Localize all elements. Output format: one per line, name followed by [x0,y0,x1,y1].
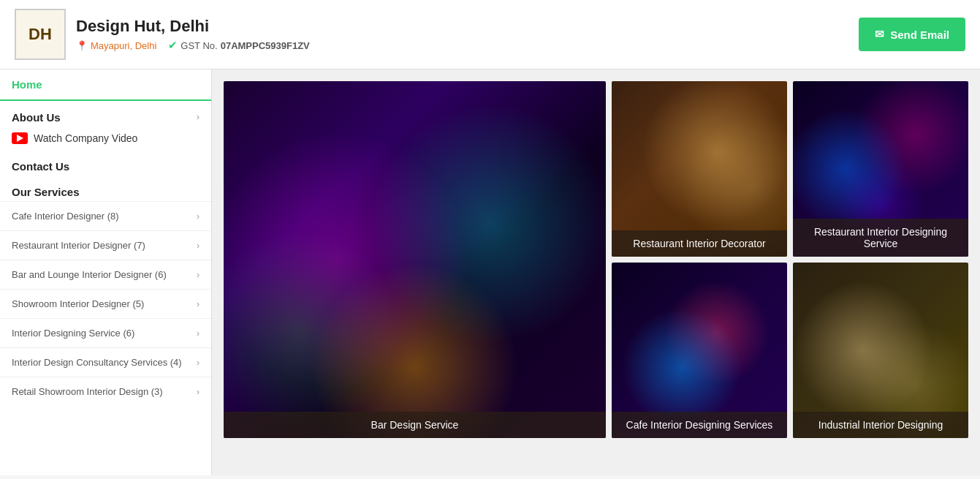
sidebar-service-item-0[interactable]: Cafe Interior Designer (8)› [0,201,211,230]
sidebar-section-contact[interactable]: Contact Us [0,150,211,176]
youtube-icon [12,132,28,144]
company-logo: DH [15,9,66,60]
sidebar-service-item-5[interactable]: Interior Design Consultancy Services (4)… [0,347,211,377]
play-triangle [17,135,23,142]
gallery-caption-2: Restaurant Interior Designing Service [793,219,968,257]
chevron-icon-4: › [197,328,200,339]
gst-check-icon: ✔ [168,39,178,52]
sidebar-services-list: Cafe Interior Designer (8)›Restaurant In… [0,201,211,406]
gst-info: ✔ GST No. 07AMPPC5939F1ZV [168,39,309,52]
sidebar-service-item-2[interactable]: Bar and Lounge Interior Designer (6)› [0,260,211,289]
chevron-icon-3: › [197,299,200,309]
gallery-caption-4: Industrial Interior Designing [793,412,968,438]
sidebar-service-item-3[interactable]: Showroom Interior Designer (5)› [0,289,211,318]
gallery-caption-1: Restaurant Interior Decorator [612,230,787,257]
sidebar-item-watch-video[interactable]: Watch Company Video [0,127,211,150]
chevron-icon-2: › [197,270,200,280]
main-content: Bar Design Service Restaurant Interior D… [212,69,980,475]
company-name: Design Hut, Delhi [76,17,310,36]
sidebar-section-services: Our Services [0,176,211,201]
gallery-item-4[interactable]: Industrial Interior Designing [793,263,968,438]
sidebar-section-about: About Us › [0,101,211,127]
header-left: DH Design Hut, Delhi 📍 Mayapuri, Delhi ✔… [15,9,310,60]
gallery-item-1[interactable]: Restaurant Interior Decorator [612,81,787,257]
gallery-caption-main: Bar Design Service [224,412,606,438]
location-pin-icon: 📍 [76,40,88,51]
company-meta: 📍 Mayapuri, Delhi ✔ GST No. 07AMPPC5939F… [76,39,310,52]
gallery-item-2[interactable]: Restaurant Interior Designing Service [793,81,968,257]
chevron-icon-6: › [197,387,200,397]
sidebar-service-item-6[interactable]: Retail Showroom Interior Design (3)› [0,377,211,406]
chevron-icon-0: › [197,211,200,222]
gallery-item-3[interactable]: Cafe Interior Designing Services [612,263,787,438]
chevron-icon-1: › [197,241,200,251]
sidebar-item-home[interactable]: Home [0,69,211,101]
chevron-icon-5: › [197,358,200,368]
email-icon: ✉ [875,28,884,41]
gallery-grid: Bar Design Service Restaurant Interior D… [224,81,968,438]
gallery-item-main[interactable]: Bar Design Service [224,81,606,438]
sidebar: Home About Us › Watch Company Video Cont… [0,69,212,475]
send-email-button[interactable]: ✉ Send Email [859,18,965,51]
header: DH Design Hut, Delhi 📍 Mayapuri, Delhi ✔… [0,0,980,69]
about-chevron-icon: › [197,111,200,122]
main-layout: Home About Us › Watch Company Video Cont… [0,69,980,475]
gallery-caption-3: Cafe Interior Designing Services [612,412,787,438]
company-info: Design Hut, Delhi 📍 Mayapuri, Delhi ✔ GS… [76,17,310,52]
sidebar-service-item-4[interactable]: Interior Designing Service (6)› [0,318,211,347]
company-location: 📍 Mayapuri, Delhi [76,40,156,51]
sidebar-service-item-1[interactable]: Restaurant Interior Designer (7)› [0,230,211,260]
